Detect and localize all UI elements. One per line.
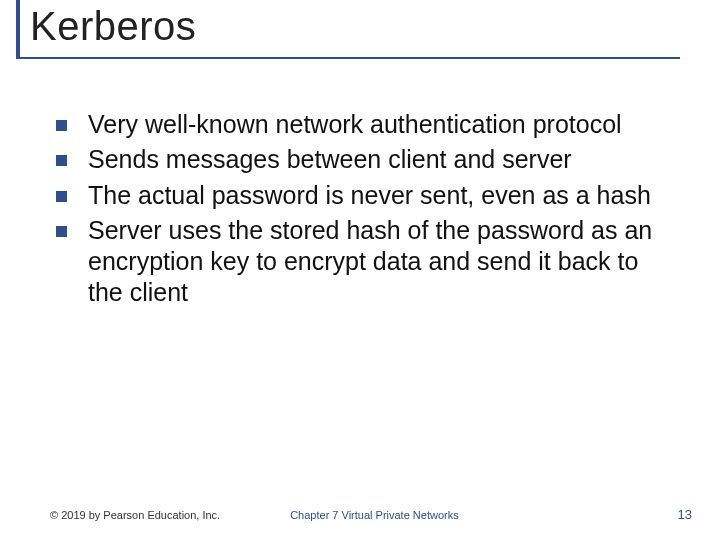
list-item: Server uses the stored hash of the passw… [50, 215, 680, 309]
copyright-text: © 2019 by Pearson Education, Inc. [50, 509, 220, 521]
title-rule: Kerberos [16, 0, 680, 59]
page-number: 13 [678, 507, 692, 522]
slide-title: Kerberos [30, 4, 680, 49]
slide-footer: © 2019 by Pearson Education, Inc. Chapte… [0, 507, 720, 522]
slide-body: Very well-known network authentication p… [0, 59, 720, 309]
list-item: Very well-known network authentication p… [50, 109, 680, 140]
list-item: Sends messages between client and server [50, 144, 680, 175]
bullet-list: Very well-known network authentication p… [50, 109, 680, 309]
list-item: The actual password is never sent, even … [50, 180, 680, 211]
chapter-label: Chapter 7 Virtual Private Networks [290, 509, 459, 521]
slide: Kerberos Very well-known network authent… [0, 0, 720, 540]
